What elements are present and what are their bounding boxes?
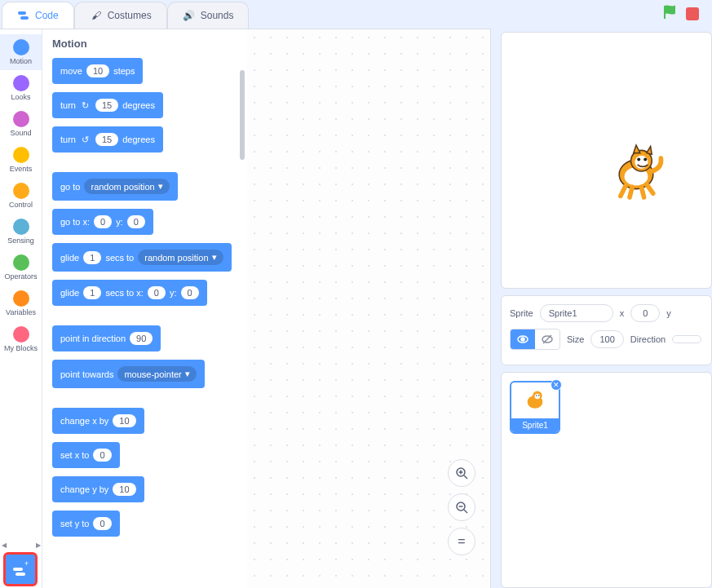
category-control[interactable]: Control (0, 178, 42, 214)
category-label: Sensing (7, 237, 34, 245)
category-label: Variables (6, 308, 36, 316)
category-motion[interactable]: Motion (0, 34, 42, 70)
y-label: y (666, 308, 671, 318)
hide-sprite-button[interactable] (535, 329, 559, 349)
block-turn-ccw[interactable]: turn ↺ 15 degrees (52, 126, 163, 153)
svg-point-16 (637, 158, 640, 161)
block-point-towards[interactable]: point towards mouse-pointer ▾ (52, 360, 205, 388)
category-dot-icon (13, 111, 29, 127)
category-sound[interactable]: Sound (0, 106, 42, 142)
category-dot-icon (13, 75, 29, 91)
category-label: Sound (10, 129, 31, 137)
x-label: x (620, 308, 625, 318)
category-operators[interactable]: Operators (0, 250, 42, 285)
zoom-reset-button[interactable]: = (448, 528, 475, 555)
add-extension-button[interactable]: + (3, 552, 38, 586)
block-change-y[interactable]: change y by 10 (52, 476, 144, 502)
tab-label: Code (35, 10, 59, 21)
sprite-thumbnail[interactable]: ✕ Sprite1 (510, 381, 560, 434)
category-looks[interactable]: Looks (0, 70, 42, 106)
sprite-info-panel: Sprite Sprite1 x 0 y Size 100 Direction (501, 295, 712, 365)
palette-heading: Motion (52, 38, 238, 50)
tab-costumes[interactable]: 🖌 Costumes (74, 2, 167, 29)
block-goto-xy[interactable]: go to x: 0 y: 0 (52, 209, 153, 235)
chevron-down-icon: ▾ (212, 252, 217, 263)
chevron-down-icon: ▾ (185, 369, 190, 379)
category-dot-icon (13, 290, 29, 307)
block-change-x[interactable]: change x by 10 (52, 408, 144, 434)
category-label: Control (9, 201, 33, 209)
brush-icon: 🖌 (90, 9, 103, 22)
category-label: My Blocks (4, 344, 38, 352)
dropdown[interactable]: random position ▾ (84, 179, 169, 194)
block-turn-cw[interactable]: turn ↻ 15 degrees (52, 92, 163, 118)
block-glide-xy[interactable]: glide 1 secs to x: 0 y: 0 (52, 280, 207, 306)
category-dot-icon (13, 183, 29, 199)
sprite-direction-input[interactable] (672, 335, 701, 343)
category-label: Events (10, 165, 33, 173)
sprite-list: ✕ Sprite1 (501, 372, 712, 588)
show-sprite-button[interactable] (511, 329, 535, 349)
svg-rect-2 (13, 568, 23, 571)
stage[interactable] (501, 32, 712, 289)
sound-icon: 🔊 (183, 9, 196, 22)
category-dot-icon (13, 219, 29, 235)
sprite-on-stage[interactable] (604, 139, 669, 207)
dropdown[interactable]: random position ▾ (138, 250, 223, 265)
svg-rect-3 (15, 573, 25, 576)
stop-icon[interactable] (686, 7, 699, 20)
sprite-name-input[interactable]: Sprite1 (540, 304, 613, 322)
zoom-out-button[interactable] (448, 493, 475, 521)
svg-point-25 (536, 395, 537, 396)
script-workspace[interactable]: = (246, 29, 490, 588)
green-flag-icon[interactable] (661, 4, 678, 24)
block-glide-random[interactable]: glide 1 secs to random position ▾ (52, 243, 232, 272)
category-variables[interactable]: Variables (0, 285, 42, 321)
svg-line-10 (464, 510, 467, 513)
dropdown[interactable]: mouse-pointer ▾ (117, 366, 196, 382)
rotate-ccw-icon: ↺ (80, 134, 91, 145)
svg-rect-0 (18, 11, 26, 15)
block-point-direction[interactable]: point in direction 90 (52, 325, 161, 351)
delete-sprite-icon[interactable]: ✕ (551, 379, 562, 391)
chevron-down-icon: ▾ (158, 181, 163, 192)
direction-label: Direction (630, 334, 666, 344)
category-sensing[interactable]: Sensing (0, 214, 42, 250)
svg-point-17 (643, 158, 647, 161)
rotate-cw-icon: ↻ (80, 99, 91, 111)
category-dot-icon (13, 147, 29, 163)
svg-point-19 (521, 338, 524, 341)
sprite-size-input[interactable]: 100 (590, 330, 623, 348)
category-dot-icon (13, 39, 29, 55)
scrollbar[interactable] (240, 70, 245, 160)
block-set-x[interactable]: set x to 0 (52, 442, 120, 468)
tab-sounds[interactable]: 🔊 Sounds (167, 2, 250, 29)
code-icon (17, 9, 30, 22)
block-set-y[interactable]: set y to 0 (52, 511, 120, 537)
horizontal-scroll[interactable]: ◀▶ (0, 539, 42, 550)
zoom-in-button[interactable] (448, 459, 475, 487)
block-goto-random[interactable]: go to random position ▾ (52, 172, 178, 201)
sprite-thumb-label: Sprite1 (511, 418, 559, 432)
tab-label: Sounds (201, 10, 234, 21)
sprite-x-input[interactable]: 0 (630, 304, 660, 322)
block-move-steps[interactable]: move 10 steps (52, 58, 143, 84)
category-label: Motion (10, 57, 32, 65)
category-column: MotionLooksSoundEventsControlSensingOper… (0, 29, 42, 588)
sprite-label: Sprite (510, 308, 533, 318)
svg-line-6 (464, 475, 467, 479)
svg-point-24 (535, 394, 540, 399)
svg-point-26 (538, 395, 539, 396)
category-label: Looks (11, 93, 30, 101)
category-my-blocks[interactable]: My Blocks (0, 321, 42, 357)
tab-code[interactable]: Code (2, 2, 74, 29)
block-palette: Motion move 10 steps turn ↻ 15 degrees t… (42, 29, 246, 588)
tab-label: Costumes (108, 10, 152, 21)
svg-rect-1 (20, 16, 29, 20)
category-label: Operators (4, 272, 37, 281)
svg-text:+: + (24, 560, 29, 568)
category-dot-icon (13, 254, 29, 271)
category-dot-icon (13, 326, 29, 343)
size-label: Size (567, 334, 584, 344)
category-events[interactable]: Events (0, 142, 42, 178)
